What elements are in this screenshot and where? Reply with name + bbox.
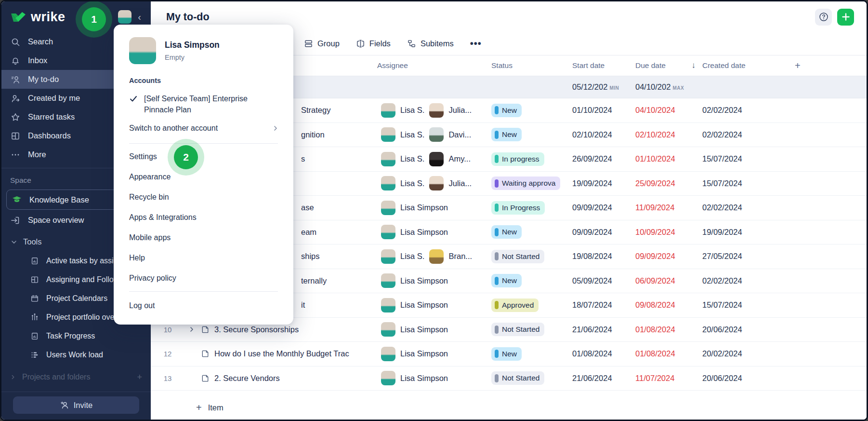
expand-subitems-icon[interactable]: [184, 326, 199, 333]
assignee-cell[interactable]: Lisa Simpson: [377, 347, 491, 361]
due-date[interactable]: 04/10/2024: [635, 106, 702, 115]
invite-button[interactable]: Invite: [13, 396, 139, 414]
assignee-name: Lisa Simpson: [400, 374, 448, 383]
avatar-lisa: [381, 201, 395, 215]
column-header-start-date[interactable]: Start date: [572, 61, 635, 70]
status-badge[interactable]: New: [491, 225, 522, 239]
assignee-cell[interactable]: Lisa S.Julia...: [377, 176, 491, 190]
column-header-status[interactable]: Status: [491, 61, 572, 70]
step-number: 1: [91, 14, 97, 25]
group-button[interactable]: Group: [304, 39, 340, 49]
due-date[interactable]: 01/08/2024: [635, 325, 702, 334]
status-badge[interactable]: Approved: [491, 299, 539, 312]
due-date[interactable]: 06/09/2024: [635, 276, 702, 285]
menu-item-current-account[interactable]: [Self Service Team] Enterprise Pinnacle …: [114, 86, 293, 115]
due-date[interactable]: 09/09/2024: [635, 252, 702, 261]
assignee-name: Lisa S.: [400, 106, 424, 115]
status-cell: New: [491, 104, 572, 117]
status-badge[interactable]: In Progress: [491, 201, 545, 215]
menu-item-log-out[interactable]: Log out: [114, 295, 293, 317]
menu-item-mobile-apps[interactable]: Mobile apps: [114, 228, 293, 248]
status-badge[interactable]: New: [491, 347, 522, 361]
subitems-button[interactable]: Subitems: [407, 39, 454, 49]
create-new-button[interactable]: [837, 9, 854, 26]
menu-item-help[interactable]: Help: [114, 248, 293, 268]
due-date[interactable]: 09/08/2024: [635, 300, 702, 310]
start-date[interactable]: 19/09/2024: [572, 179, 635, 188]
menu-item-privacy-policy[interactable]: Privacy policy: [114, 268, 293, 288]
status-badge[interactable]: New: [491, 128, 522, 141]
assignee-cell[interactable]: Lisa S.Davi...: [377, 127, 491, 142]
status-badge[interactable]: Waiting approva: [491, 177, 560, 190]
menu-item-settings[interactable]: Settings2: [114, 147, 293, 167]
due-date[interactable]: 01/08/2024: [635, 349, 702, 358]
column-header-due-date[interactable]: Due date ↓: [635, 61, 702, 70]
due-date[interactable]: 25/09/2024: [635, 179, 702, 188]
assignee-name: Davi...: [448, 130, 471, 139]
start-date[interactable]: 02/10/2024: [572, 130, 635, 139]
start-date[interactable]: 19/08/2024: [572, 252, 635, 261]
start-date[interactable]: 26/09/2024: [572, 154, 635, 163]
status-badge[interactable]: New: [491, 274, 522, 287]
sidebar-item-label: Created by me: [28, 94, 80, 103]
status-badge[interactable]: In progress: [491, 152, 544, 166]
menu-item-appearance[interactable]: Appearance: [114, 167, 293, 187]
status-pill-icon: [495, 228, 499, 236]
start-date[interactable]: 05/09/2024: [572, 276, 635, 285]
add-column-button[interactable]: +: [790, 60, 867, 71]
assignee-cell[interactable]: Lisa Simpson: [377, 225, 491, 239]
status-pill-icon: [495, 131, 499, 139]
sidebar-item-projects-and-folders[interactable]: Projects and folders +: [1, 369, 151, 385]
due-date[interactable]: 11/07/2024: [635, 374, 702, 383]
table-row[interactable]: 132. Secure VendorsLisa SimpsonNot Start…: [151, 367, 867, 391]
status-badge[interactable]: Not Started: [491, 371, 544, 385]
assignee-cell[interactable]: Lisa S.Amy...: [377, 152, 491, 166]
fields-button[interactable]: Fields: [356, 39, 391, 49]
start-date[interactable]: 21/06/2024: [572, 374, 635, 383]
start-date[interactable]: 18/07/2024: [572, 300, 635, 310]
start-date[interactable]: 09/09/2024: [572, 203, 635, 212]
add-item-label: Item: [208, 403, 224, 412]
due-date[interactable]: 10/09/2024: [635, 228, 702, 237]
assignee-cell[interactable]: Lisa Simpson: [377, 273, 491, 288]
status-badge[interactable]: Not Started: [491, 250, 544, 263]
column-header-assignee[interactable]: Assignee: [377, 61, 491, 70]
start-date[interactable]: 21/06/2024: [572, 325, 635, 334]
menu-item-label: Mobile apps: [129, 233, 171, 242]
menu-item-recycle-bin[interactable]: Recycle bin: [114, 187, 293, 207]
menu-item-apps-integrations[interactable]: Apps & Integrations: [114, 207, 293, 228]
start-date[interactable]: 01/08/2024: [572, 349, 635, 358]
assignee-cell[interactable]: Lisa Simpson: [377, 298, 491, 312]
task-name[interactable]: 3. Secure Sponsorships: [214, 325, 377, 334]
status-badge[interactable]: New: [491, 104, 522, 117]
start-date[interactable]: 01/10/2024: [572, 106, 635, 115]
assignee-cell[interactable]: Lisa Simpson: [377, 371, 491, 385]
user-avatar-small[interactable]: [118, 10, 132, 24]
start-date[interactable]: 09/09/2024: [572, 228, 635, 237]
toolbar-more-icon[interactable]: •••: [470, 38, 482, 49]
due-date-label: Due date: [635, 61, 666, 70]
sidebar-item-task-progress[interactable]: Task Progress: [1, 326, 151, 345]
table-row[interactable]: 12How do I use the Monthly Budget TracLi…: [151, 342, 867, 367]
due-date[interactable]: 01/10/2024: [635, 154, 702, 163]
sort-descending-icon[interactable]: ↓: [692, 61, 703, 70]
sidebar-collapse-icon[interactable]: ‹: [136, 12, 143, 23]
sidebar-item-users-work-load[interactable]: Users Work load: [1, 345, 151, 364]
assignee-cell[interactable]: Lisa Simpson: [377, 201, 491, 215]
assignee-cell[interactable]: Lisa S.Bran...: [377, 249, 491, 264]
status-cell: Not Started: [491, 323, 572, 336]
task-name[interactable]: 2. Secure Vendors: [214, 374, 377, 383]
subitems-label: Subitems: [421, 39, 454, 48]
add-project-icon[interactable]: +: [137, 372, 142, 382]
column-header-created-date[interactable]: Created date: [702, 61, 790, 70]
assignee-cell[interactable]: Lisa S.Julia...: [377, 103, 491, 118]
status-badge[interactable]: Not Started: [491, 323, 544, 336]
add-item-row[interactable]: + Item: [151, 395, 867, 420]
due-date[interactable]: 02/10/2024: [635, 130, 702, 139]
menu-item-switch-account[interactable]: Switch to another account: [114, 115, 293, 140]
assignee-cell[interactable]: Lisa Simpson: [377, 322, 491, 337]
due-date[interactable]: 11/09/2024: [635, 203, 702, 212]
avatar-lisa: [381, 347, 395, 361]
help-button[interactable]: [815, 9, 832, 26]
task-name[interactable]: How do I use the Monthly Budget Trac: [214, 349, 377, 358]
